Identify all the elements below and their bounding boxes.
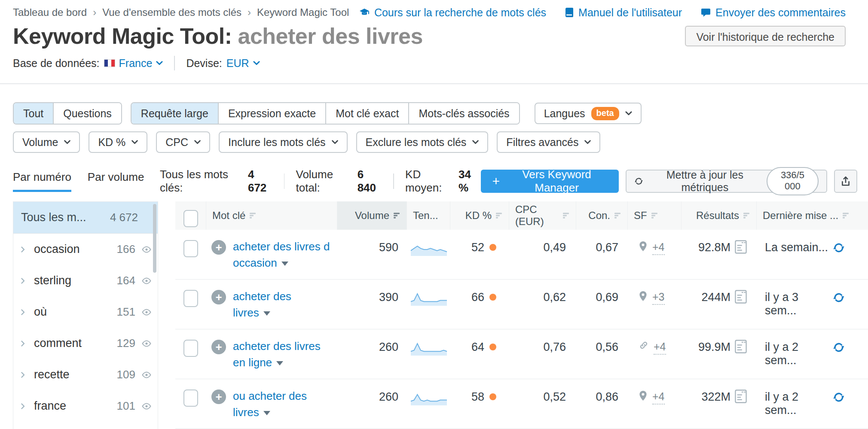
sidebar-item-occasion[interactable]: occasion 166	[13, 234, 158, 265]
export-button[interactable]	[834, 170, 857, 193]
breadcrumb: Tableau de bord › Vue d'ensemble des mot…	[13, 6, 349, 18]
keyword-link[interactable]: acheter des livres doccasion	[233, 238, 330, 279]
serp-preview-icon[interactable]	[735, 240, 747, 254]
refresh-icon	[634, 176, 643, 186]
eye-icon[interactable]	[141, 340, 152, 347]
tab-by-number[interactable]: Par numéro	[13, 170, 71, 192]
add-to-list-button[interactable]: +	[211, 290, 226, 304]
tab-by-volume[interactable]: Par volume	[88, 170, 144, 192]
filter-tab-all[interactable]: Tout	[14, 103, 54, 124]
serp-features-count[interactable]: +4	[652, 390, 665, 405]
filter-tab-phrase-match[interactable]: Expression exacte	[219, 103, 326, 124]
all-keywords-count: 4 672	[110, 211, 138, 224]
database-selector[interactable]: Base de données: France	[13, 57, 163, 70]
keyword-dropdown-icon[interactable]	[263, 411, 270, 415]
table-header: Mot clé Volume Ten... KD % CPC (EUR) Con…	[175, 201, 868, 230]
filter-tab-related[interactable]: Mots-clés associés	[409, 103, 519, 124]
sidebar-item-comment[interactable]: comment 129	[13, 328, 158, 359]
sidebar-item-recette[interactable]: recette 109	[13, 359, 158, 390]
all-questions-group: Tout Questions	[13, 102, 122, 125]
serp-features-count[interactable]: +3	[652, 291, 665, 305]
header-kd[interactable]: KD %	[450, 201, 509, 230]
speech-bubble-icon	[701, 8, 711, 17]
kd-filter-dropdown[interactable]: KD %	[89, 131, 147, 153]
advanced-filters-dropdown[interactable]: Filtres avancés	[497, 131, 600, 153]
select-all-checkbox[interactable]	[183, 210, 198, 227]
breadcrumb-item-dashboard[interactable]: Tableau de bord	[13, 6, 87, 18]
search-history-button[interactable]: Voir l'historique de recherche	[685, 26, 846, 46]
refresh-icon[interactable]	[833, 391, 845, 403]
group-count: 109	[117, 368, 135, 381]
cpc-cell: 0,76	[509, 329, 576, 379]
row-checkbox[interactable]	[183, 290, 198, 307]
plus-icon: +	[492, 175, 500, 188]
breadcrumb-item-keyword-overview[interactable]: Vue d'ensemble des mots clés	[102, 6, 241, 18]
header-competition[interactable]: Con.	[576, 201, 628, 230]
header-volume[interactable]: Volume	[337, 201, 407, 230]
page-title-prefix: Keyword Magic Tool:	[13, 24, 232, 49]
header-serp-features[interactable]: SF	[628, 201, 682, 230]
keyword-link[interactable]: acheter des livresen ligne	[233, 338, 321, 379]
eye-icon[interactable]	[141, 309, 152, 316]
volume-filter-dropdown[interactable]: Volume	[13, 131, 80, 153]
results-cell: 99.9M	[682, 329, 757, 379]
sidebar-item-france[interactable]: france 101	[13, 390, 158, 422]
add-to-list-button[interactable]: +	[211, 240, 226, 255]
filter-tab-broad-match[interactable]: Requête large	[131, 103, 219, 124]
header-last-update[interactable]: Dernière mise ...	[757, 201, 868, 230]
sidebar-scrollbar[interactable]	[153, 204, 156, 273]
user-manual-link[interactable]: Manuel de l'utilisateur	[565, 6, 682, 19]
eye-icon[interactable]	[141, 246, 152, 253]
sort-tabs: Par numéro Par volume	[13, 170, 160, 192]
refresh-icon[interactable]	[833, 292, 845, 304]
keyword-dropdown-icon[interactable]	[263, 311, 270, 316]
select-all-checkbox-cell	[175, 201, 206, 230]
keyword-dropdown-icon[interactable]	[281, 262, 288, 266]
serp-features-count[interactable]: +4	[652, 241, 665, 255]
eye-icon[interactable]	[141, 277, 152, 284]
serp-features-count[interactable]: +4	[654, 341, 666, 355]
include-keywords-dropdown[interactable]: Inclure les mots clés	[219, 131, 347, 153]
header-trend[interactable]: Ten...	[407, 201, 450, 230]
refresh-icon[interactable]	[833, 341, 845, 353]
group-count: 101	[117, 399, 135, 413]
update-metrics-button[interactable]: Mettre à jour les métriques 336/5 000	[626, 170, 827, 193]
keyword-dropdown-icon[interactable]	[276, 361, 283, 365]
languages-dropdown[interactable]: Langues beta	[535, 103, 642, 124]
results-cell: 92.8M	[682, 230, 757, 279]
serp-preview-icon[interactable]	[735, 340, 747, 353]
cpc-filter-dropdown[interactable]: CPC	[156, 131, 210, 153]
row-checkbox[interactable]	[183, 340, 198, 357]
header-results[interactable]: Résultats	[682, 201, 757, 230]
currency-selector[interactable]: Devise: EUR	[186, 57, 260, 70]
add-to-list-button[interactable]: +	[211, 389, 226, 404]
header-keyword-label: Mot clé	[212, 210, 245, 222]
filter-tab-exact-match[interactable]: Mot clé exact	[326, 103, 409, 124]
keyword-research-course-link[interactable]: Cours sur la recherche de mots clés	[359, 6, 546, 19]
filter-tab-questions[interactable]: Questions	[54, 103, 121, 124]
title-row: Keyword Magic Tool: acheter des livres V…	[0, 19, 868, 49]
chevron-down-icon	[332, 140, 338, 144]
add-to-list-button[interactable]: +	[211, 340, 226, 354]
sidebar-item-ou[interactable]: où 151	[13, 296, 158, 328]
volume-cell: 590	[337, 230, 407, 279]
sidebar-item-sterling[interactable]: sterling 164	[13, 265, 158, 296]
eye-icon[interactable]	[141, 371, 152, 378]
serp-preview-icon[interactable]	[735, 389, 747, 403]
keyword-link[interactable]: ou acheter deslivres	[233, 388, 307, 429]
row-checkbox[interactable]	[183, 240, 198, 257]
send-feedback-link[interactable]: Envoyer des commentaires	[701, 6, 846, 19]
keyword-manager-button[interactable]: + Vers Keyword Manager	[481, 170, 619, 193]
last-update-cell: il y a 3 sem...	[757, 280, 868, 329]
breadcrumb-item-keyword-magic-tool[interactable]: Keyword Magic Tool	[257, 6, 349, 18]
keyword-link[interactable]: acheter deslivres	[233, 288, 291, 329]
refresh-icon[interactable]	[833, 242, 845, 254]
sidebar-item-all-keywords[interactable]: Tous les m... 4 672	[13, 202, 158, 234]
header-cpc[interactable]: CPC (EUR)	[509, 201, 576, 230]
serp-preview-icon[interactable]	[735, 290, 747, 304]
eye-icon[interactable]	[141, 403, 152, 410]
header-keyword[interactable]: Mot clé	[206, 201, 337, 230]
stat-total-label: Tous les mots clés:	[160, 168, 244, 195]
row-checkbox[interactable]	[183, 389, 198, 407]
exclude-keywords-dropdown[interactable]: Exclure les mots clés	[356, 131, 489, 153]
